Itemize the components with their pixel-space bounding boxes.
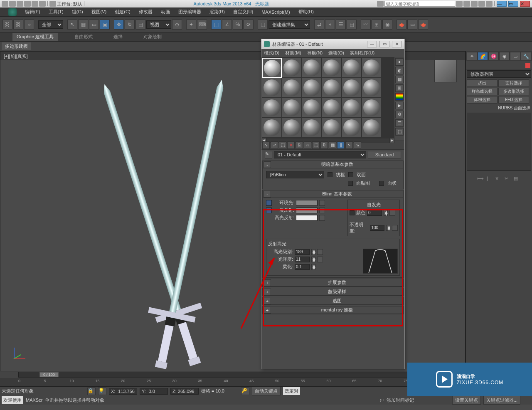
mat-menu-modes[interactable]: 模式(D) (264, 50, 279, 56)
select-name-icon[interactable]: ▦ (78, 20, 88, 30)
make-unique2-icon[interactable]: ⎌ (304, 141, 311, 149)
graphite-tab[interactable]: Graphite 建模工具 (12, 33, 58, 41)
configure-icon[interactable]: ▤ (514, 176, 521, 183)
new-icon[interactable] (9, 1, 16, 7)
percent-snap-icon[interactable]: % (233, 20, 243, 30)
get-material-icon[interactable]: ↘ (262, 141, 270, 149)
scroll-right-icon[interactable]: ▶ (389, 138, 394, 143)
pivot-icon[interactable]: ⊙ (172, 20, 182, 30)
selection-tab[interactable]: 选择 (109, 33, 127, 41)
manipulate-icon[interactable]: ✦ (186, 20, 196, 30)
background-icon[interactable]: ▦ (395, 76, 404, 83)
time-tag-icon[interactable]: 🏷 (379, 398, 384, 403)
display-panel-icon[interactable]: ▭ (510, 52, 520, 60)
material-sample-slot[interactable] (362, 118, 382, 138)
polymode-tab[interactable]: 多边形建模 (2, 42, 31, 50)
redo-icon[interactable] (39, 1, 46, 7)
go-parent-icon[interactable]: ↖ (345, 141, 353, 149)
modify-panel-icon[interactable]: 🌈 (478, 52, 488, 60)
material-sample-slot[interactable] (342, 118, 362, 138)
faceted-checkbox[interactable] (379, 181, 384, 186)
rollout-supersampling-header[interactable]: +超级采样 (263, 288, 403, 296)
specular-level-map-button[interactable] (317, 249, 323, 255)
material-sample-slot[interactable] (302, 98, 322, 118)
rollout-maps-header[interactable]: +贴图 (263, 297, 403, 305)
coord-z[interactable]: Z: 265.099 (170, 388, 199, 395)
ref-coord-system[interactable]: 视图 (146, 20, 171, 29)
utilities-panel-icon[interactable]: 🔧 (521, 52, 531, 60)
mat-menu-options[interactable]: 选项(O) (328, 50, 344, 56)
keyfilter-button[interactable]: 关键点过滤器... (483, 396, 520, 405)
exchange-icon[interactable] (478, 1, 485, 7)
object-color-swatch[interactable] (525, 63, 530, 68)
rollout-shader-basic-header[interactable]: -明暗器基本参数 (263, 161, 403, 168)
rollout-mentalray-header[interactable]: +mental ray 连接 (263, 306, 403, 314)
opacity-map-button[interactable] (392, 225, 398, 231)
coord-x[interactable]: X: -113.756 (109, 388, 137, 395)
put-to-scene-icon[interactable]: ↗ (271, 141, 278, 149)
material-sample-slot[interactable] (282, 58, 302, 78)
layers-icon[interactable]: ☰ (336, 20, 346, 30)
ambient-lock-icon[interactable] (266, 200, 272, 206)
wire-checkbox[interactable] (328, 172, 332, 177)
setkey-button[interactable]: 设置关键点 (452, 396, 481, 405)
specular-map-button[interactable] (319, 215, 325, 221)
mat-id-channel-icon[interactable]: 0 (320, 141, 328, 149)
modifier-list-select[interactable]: 修改器列表 (467, 70, 531, 78)
video-check-icon[interactable] (395, 93, 404, 101)
select-by-mat-icon[interactable]: ☰ (395, 119, 404, 127)
ambient-swatch[interactable] (296, 200, 318, 206)
face-map-checkbox[interactable] (348, 181, 353, 186)
save-icon[interactable] (24, 1, 31, 7)
material-sample-slot[interactable] (262, 58, 282, 78)
material-sample-slot[interactable] (322, 58, 342, 78)
glossiness-map-button[interactable] (317, 257, 323, 262)
menu-graph[interactable]: 图形编辑器 (174, 7, 205, 16)
specular-swatch[interactable] (296, 215, 318, 221)
window-crossing-icon[interactable]: ▣ (100, 20, 110, 30)
help2-icon[interactable] (486, 1, 493, 7)
mod-btn-extrude[interactable]: 挤出 (467, 79, 498, 87)
menu-rendering[interactable]: 渲染(R) (205, 7, 229, 16)
lock-icon[interactable]: 🔒 (87, 388, 96, 395)
mat-id-icon[interactable]: ⬚ (395, 128, 404, 136)
mat-menu-util[interactable]: 实用程序(U) (350, 50, 374, 56)
opacity-spinner[interactable]: 100 (370, 225, 384, 231)
coord-y[interactable]: Y: -0.0 (140, 388, 168, 395)
material-sample-slot[interactable] (342, 58, 362, 78)
go-forward-icon[interactable]: ↘ (354, 141, 361, 149)
favorite-icon[interactable] (471, 1, 478, 7)
mirror-icon[interactable]: ⇄ (314, 20, 324, 30)
layer-manage-icon[interactable]: ▤ (347, 20, 357, 30)
selected-label[interactable]: 选定对 (283, 387, 300, 395)
curve-editor-icon[interactable]: 〰 (361, 20, 371, 30)
material-sample-slot[interactable] (342, 78, 362, 98)
select-icon[interactable]: ↖ (67, 20, 77, 30)
align-icon[interactable]: ⫖ (325, 20, 335, 30)
material-sample-slot[interactable] (322, 98, 342, 118)
maximize-button[interactable]: ▭ (508, 1, 518, 7)
mat-menu-material[interactable]: 材质(M) (285, 50, 301, 56)
rollout-blinn-basic-header[interactable]: -Blinn 基本参数 (263, 190, 403, 198)
material-sample-slot[interactable] (302, 58, 322, 78)
viewport-label[interactable]: [+][前][真实] (4, 53, 28, 59)
material-sample-slot[interactable] (262, 118, 282, 138)
freeform-tab[interactable]: 自由形式 (70, 33, 97, 41)
project-icon[interactable] (49, 1, 56, 7)
mod-btn-poly[interactable]: 多边形选择 (498, 88, 529, 95)
assign-icon[interactable]: ⬚ (279, 141, 286, 149)
time-slider-handle[interactable]: 0 / 100 (39, 372, 59, 377)
menu-create[interactable]: 创建(C) (111, 7, 134, 16)
material-type-button[interactable]: Standard (368, 151, 401, 158)
keyboard-icon[interactable]: ⌨ (197, 20, 207, 30)
unlink-icon[interactable]: ⛓ (13, 20, 23, 30)
menu-modifiers[interactable]: 修改器 (135, 7, 157, 16)
material-sample-slot[interactable] (322, 78, 342, 98)
material-editor-window[interactable]: 材质编辑器 - 01 - Default — ▭ ✕ 模式(D) 材质(M) 导… (261, 39, 405, 369)
mat-menu-nav[interactable]: 导航(N) (307, 50, 323, 56)
menu-customize[interactable]: 自定义(U) (229, 7, 257, 16)
material-editor-icon[interactable]: ◉ (382, 20, 392, 30)
link-icon[interactable]: ⛓ (2, 20, 12, 30)
remove-mod-icon[interactable]: ✂ (505, 176, 512, 183)
specular-level-spinner[interactable]: 189 (295, 249, 310, 255)
